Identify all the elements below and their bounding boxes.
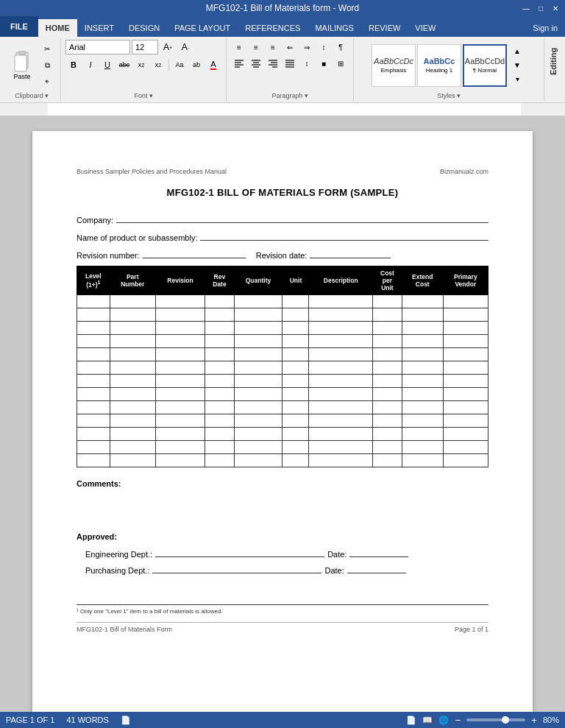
italic-button[interactable]: I xyxy=(82,57,99,72)
font-size-input[interactable] xyxy=(132,40,158,54)
table-cell xyxy=(282,388,309,401)
footnote-section: ¹ Only one "Level 1" item to a bill of m… xyxy=(77,604,488,615)
table-cell xyxy=(402,454,443,467)
style-emphasis[interactable]: AaBbCcDc Emphasis xyxy=(372,44,416,87)
decrease-indent-button[interactable]: ⇐ xyxy=(282,40,298,54)
increase-indent-button[interactable]: ⇒ xyxy=(299,40,315,54)
align-left-button[interactable] xyxy=(231,56,247,71)
table-cell xyxy=(77,441,110,454)
table-cell xyxy=(372,441,402,454)
sort-button[interactable]: ↕ xyxy=(316,40,332,54)
table-cell xyxy=(282,335,309,348)
subscript-button[interactable]: x2 xyxy=(133,57,149,72)
styles-expand-icon[interactable]: ▾ xyxy=(457,92,461,99)
table-cell xyxy=(443,322,488,335)
table-row xyxy=(77,428,488,441)
align-right-button[interactable] xyxy=(265,56,281,71)
table-cell xyxy=(443,308,488,322)
table-row xyxy=(77,454,488,467)
emphasis-preview: AaBbCcDc xyxy=(374,57,413,66)
web-view-icon[interactable]: 🌐 xyxy=(438,715,449,725)
strikethrough-button[interactable]: abc xyxy=(116,57,132,72)
styles-more-button[interactable]: ▾ xyxy=(508,72,526,86)
bullets-button[interactable]: ≡ xyxy=(231,40,247,54)
read-mode-icon[interactable]: 📖 xyxy=(422,715,433,725)
copy-button[interactable]: ⧉ xyxy=(38,58,56,73)
cut-button[interactable]: ✂ xyxy=(38,42,56,57)
layout-icon[interactable]: 📄 xyxy=(406,715,416,725)
table-cell xyxy=(155,414,205,428)
close-button[interactable]: ✕ xyxy=(549,2,562,14)
table-cell xyxy=(282,308,309,322)
superscript-button[interactable]: x2 xyxy=(150,57,166,72)
tab-review[interactable]: REVIEW xyxy=(361,19,408,37)
borders-button[interactable]: ⊞ xyxy=(333,56,349,71)
highlight-button[interactable]: ab xyxy=(188,57,205,72)
font-format-row: B I U abc x2 x2 Aa ab A xyxy=(65,57,221,72)
table-cell xyxy=(309,335,373,348)
tab-home[interactable]: HOME xyxy=(38,19,77,37)
zoom-slider[interactable] xyxy=(466,718,525,721)
clipboard-expand-icon[interactable]: ▾ xyxy=(45,92,49,99)
multilevel-button[interactable]: ≡ xyxy=(265,40,281,54)
increase-font-button[interactable]: A+ xyxy=(160,40,176,54)
table-cell xyxy=(110,388,155,401)
shading-button[interactable]: ■ xyxy=(316,56,332,71)
table-cell xyxy=(155,308,205,322)
table-cell xyxy=(155,348,205,361)
col-revision: Revision xyxy=(155,266,205,295)
style-heading1[interactable]: AaBbCc Heading 1 xyxy=(417,44,461,87)
tab-page-layout[interactable]: PAGE LAYOUT xyxy=(167,19,238,37)
font-name-input[interactable] xyxy=(65,40,130,54)
footnote-text: ¹ Only one "Level 1" item to a bill of m… xyxy=(77,608,488,615)
tab-design[interactable]: DESIGN xyxy=(121,19,167,37)
line-spacing-button[interactable]: ↕ xyxy=(299,56,315,71)
emphasis-label: Emphasis xyxy=(380,67,406,74)
table-cell xyxy=(205,295,234,308)
table-cell xyxy=(282,322,309,335)
format-painter-button[interactable]: ⌖ xyxy=(38,74,56,89)
tab-view[interactable]: VIEW xyxy=(408,19,443,37)
table-cell xyxy=(234,322,282,335)
tab-sign-in[interactable]: Sign in xyxy=(525,19,565,37)
font-expand-icon[interactable]: ▾ xyxy=(149,92,153,99)
numbering-button[interactable]: ≡ xyxy=(248,40,264,54)
svg-rect-1 xyxy=(19,51,25,54)
purchasing-underline xyxy=(152,563,321,573)
paragraph-expand-icon[interactable]: ▾ xyxy=(305,92,308,99)
font-color-button[interactable]: A xyxy=(205,57,221,72)
tab-file[interactable]: FILE xyxy=(0,16,38,37)
table-cell xyxy=(443,335,488,348)
styles-down-button[interactable]: ▼ xyxy=(508,58,526,72)
decrease-font-button[interactable]: A- xyxy=(177,40,193,54)
table-cell xyxy=(443,428,488,441)
maximize-button[interactable]: □ xyxy=(534,2,547,14)
document-check-icon[interactable]: 📄 xyxy=(121,715,131,725)
paragraph-row1: ≡ ≡ ≡ ⇐ ⇒ ↕ ¶ xyxy=(231,40,349,54)
table-cell xyxy=(443,414,488,428)
paragraph-group-label: Paragraph ▾ xyxy=(271,91,308,99)
clipboard-small-btns: ✂ ⧉ ⌖ xyxy=(38,42,56,89)
underline-button[interactable]: U xyxy=(99,57,116,72)
engineering-date-underline xyxy=(349,547,408,557)
document-area[interactable]: Business Sampler Policies and Procedures… xyxy=(0,116,565,728)
table-cell xyxy=(282,454,309,467)
engineering-dept-label: Engineering Dept.: xyxy=(85,550,152,559)
zoom-in-button[interactable]: + xyxy=(531,715,537,726)
paste-button[interactable]: Paste xyxy=(7,43,37,88)
table-cell xyxy=(443,375,488,388)
minimize-button[interactable]: — xyxy=(519,2,533,14)
bold-button[interactable]: B xyxy=(65,57,82,72)
change-case-button[interactable]: Aa xyxy=(171,57,188,72)
style-normal[interactable]: AaBbCcDd ¶ Normal xyxy=(463,44,507,87)
justify-button[interactable] xyxy=(282,56,298,71)
tab-insert[interactable]: INSERT xyxy=(77,19,121,37)
show-hide-button[interactable]: ¶ xyxy=(333,40,349,54)
approved-section: Approved: Engineering Dept.: Date: Purch… xyxy=(77,532,488,575)
tab-references[interactable]: REFERENCES xyxy=(238,19,308,37)
styles-up-button[interactable]: ▲ xyxy=(508,44,526,58)
zoom-out-button[interactable]: − xyxy=(455,715,461,726)
tab-mailings[interactable]: MAILINGS xyxy=(308,19,361,37)
table-cell xyxy=(402,414,443,428)
center-button[interactable] xyxy=(248,56,264,71)
